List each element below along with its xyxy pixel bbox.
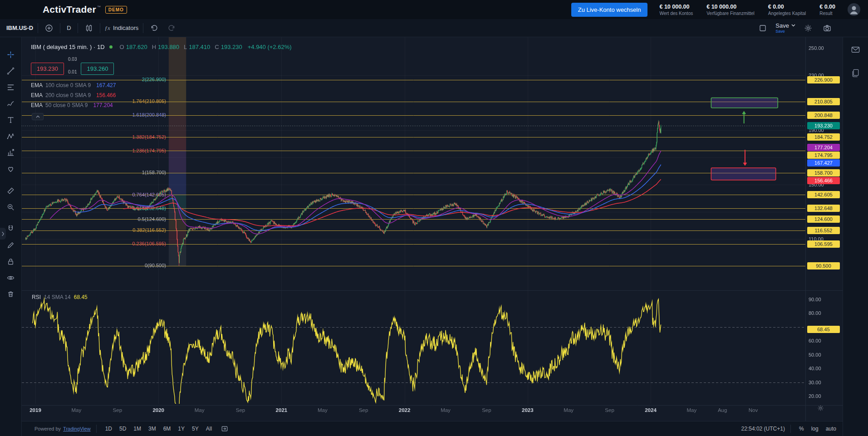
fib-retracement-icon[interactable]	[5, 81, 17, 93]
log-scale-button[interactable]: log	[809, 424, 821, 434]
layout-select-icon[interactable]	[756, 22, 769, 34]
redo-icon[interactable]	[165, 22, 178, 34]
legend-collapse-button[interactable]	[32, 113, 44, 120]
spread-high: 0.03	[68, 57, 77, 62]
chart-type-candles-icon[interactable]	[83, 22, 95, 34]
range-6m-button[interactable]: 6M	[160, 424, 174, 434]
switch-to-live-account-button[interactable]: Zu Live-Konto wechseln	[571, 3, 648, 17]
demo-badge: DEMO	[105, 6, 127, 14]
crosshair-icon[interactable]	[5, 48, 17, 61]
measure-icon[interactable]	[5, 184, 17, 197]
indicator-value: 177.204	[93, 102, 113, 108]
sidebar-expand-handle[interactable]	[0, 228, 6, 240]
chevron-down-icon	[791, 24, 795, 27]
interval-button[interactable]: D	[65, 24, 73, 31]
save-label: Save	[775, 23, 789, 29]
account-stat: € 0.00Result	[819, 4, 835, 16]
buy-ask-button[interactable]: 193.260	[81, 63, 114, 75]
indicator-row[interactable]: EMA100 close 0 SMA 9167.427	[31, 80, 292, 90]
ohlc-value: 193.880	[158, 44, 179, 50]
indicator-name: EMA	[31, 82, 43, 88]
range-1m-button[interactable]: 1M	[130, 424, 144, 434]
percent-scale-button[interactable]: %	[796, 424, 807, 434]
indicator-name: EMA	[31, 102, 43, 108]
rsi-legend[interactable]: RSI 14 SMA 14 68.45	[32, 294, 88, 300]
forecast-icon[interactable]	[5, 146, 17, 159]
range-1y-button[interactable]: 1Y	[175, 424, 188, 434]
range-1d-button[interactable]: 1D	[102, 424, 115, 434]
toolbar-separator	[78, 23, 78, 33]
toolbar-separator	[100, 23, 100, 33]
ohlc-key: H	[152, 44, 156, 50]
rsi-label: RSI	[32, 294, 41, 300]
activtrader-app: ActivTrader ™ DEMO Zu Live-Konto wechsel…	[0, 0, 868, 436]
reports-icon[interactable]	[849, 66, 863, 80]
auto-scale-button[interactable]: auto	[823, 424, 839, 434]
ohlc-value: 187.620	[126, 44, 147, 50]
spread-low: 0.01	[68, 69, 77, 74]
footer-separator	[96, 425, 97, 433]
stat-value: € 10 000.00	[706, 4, 755, 10]
pencil-icon[interactable]	[5, 239, 17, 251]
chevron-right-icon	[1, 231, 5, 236]
user-avatar[interactable]	[847, 3, 861, 16]
trash-icon[interactable]	[5, 288, 17, 300]
bottom-toolbar: Powered by TradingView 1D5D1M3M6M1Y5YAll…	[22, 421, 843, 436]
indicators-button[interactable]: ƒx Indicators	[105, 24, 139, 32]
stat-label: Result	[819, 11, 835, 16]
account-stats: € 10 000.00Wert des Kontos€ 10 000.00Ver…	[659, 4, 835, 16]
ohlc-key: C	[215, 44, 219, 50]
range-5d-button[interactable]: 5D	[116, 424, 129, 434]
stat-value: € 0.00	[768, 4, 806, 10]
go-to-date-icon[interactable]	[219, 423, 230, 434]
lock-icon[interactable]	[5, 255, 17, 268]
magnet-icon[interactable]	[5, 222, 17, 235]
indicator-row[interactable]: EMA50 close 0 SMA 9177.204	[31, 100, 292, 110]
footer-separator	[790, 425, 791, 433]
settings-gear-icon[interactable]	[802, 22, 814, 34]
screenshot-camera-icon[interactable]	[821, 22, 834, 34]
toolbar-separator	[60, 23, 60, 33]
undo-icon[interactable]	[148, 22, 161, 34]
logo-text: ActivTrader	[43, 4, 96, 15]
bid-ask-row: 193.230 0.03 0.01 193.260	[31, 57, 292, 75]
eye-icon[interactable]	[5, 271, 17, 284]
save-button[interactable]: Save Save	[775, 23, 795, 34]
brush-icon[interactable]	[5, 97, 17, 110]
symbol-button[interactable]: IBM.US-D	[6, 24, 33, 31]
chart-toolbar-left: IBM.US-D D ƒx Indicators	[6, 22, 178, 34]
logo[interactable]: ActivTrader ™ DEMO	[43, 4, 127, 15]
range-3m-button[interactable]: 3M	[145, 424, 159, 434]
tradingview-link[interactable]: TradingView	[63, 426, 91, 431]
indicator-params: 50 close 0 SMA 9	[45, 102, 88, 108]
indicator-params: 100 close 0 SMA 9	[45, 82, 91, 88]
text-icon[interactable]	[5, 113, 17, 126]
pattern-icon[interactable]	[5, 130, 17, 142]
mail-icon[interactable]	[849, 43, 863, 56]
market-open-dot-icon	[109, 45, 113, 49]
fx-icon: ƒx	[105, 24, 110, 32]
stat-value: € 0.00	[819, 4, 835, 10]
sell-bid-button[interactable]: 193.230	[31, 63, 64, 75]
chart-toolbar-right: Save Save	[756, 22, 862, 34]
legend-title-row: IBM ( delayed 15 min. ) · 1D O187.620H19…	[31, 44, 292, 50]
account-stat: € 10 000.00Verfügbare Finanzmittel	[706, 4, 755, 16]
range-5y-button[interactable]: 5Y	[189, 424, 202, 434]
top-header: ActivTrader ™ DEMO Zu Live-Konto wechsel…	[0, 0, 868, 19]
toolbar-separator	[38, 23, 38, 33]
trend-line-icon[interactable]	[5, 64, 17, 77]
legend-symbol-title[interactable]: IBM ( delayed 15 min. ) · 1D	[31, 44, 105, 50]
compare-add-symbol-icon[interactable]	[43, 22, 55, 34]
axis-settings-gear-icon[interactable]	[817, 405, 825, 413]
range-all-button[interactable]: All	[203, 424, 215, 434]
scale-buttons: %logauto	[796, 424, 839, 434]
powered-by-label: Powered by	[34, 426, 61, 431]
zoom-icon[interactable]	[5, 201, 17, 213]
ohlc-value: 193.230	[221, 44, 242, 50]
stat-label: Angelegtes Kapital	[768, 11, 806, 16]
indicators-label: Indicators	[113, 24, 138, 31]
ohlc-change: +4.940 (+2.62%)	[248, 44, 292, 50]
stat-value: € 10 000.00	[659, 4, 693, 10]
emoji-icon[interactable]	[5, 162, 17, 175]
indicator-row[interactable]: EMA200 close 0 SMA 9156.466	[31, 90, 292, 100]
